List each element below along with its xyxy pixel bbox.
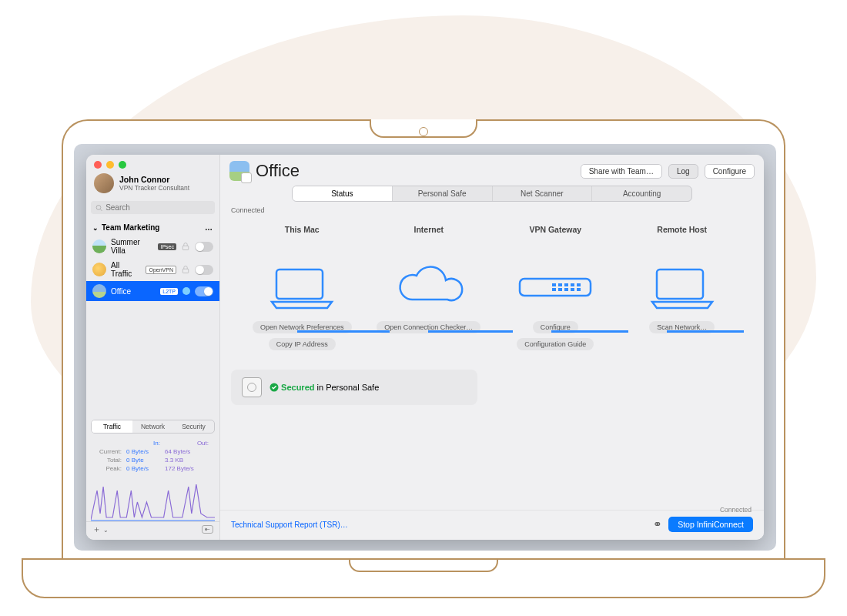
svg-rect-9 bbox=[571, 283, 574, 286]
laptop-lid: John Connor VPN Tracker Consultant ⌄Team… bbox=[62, 119, 785, 560]
main-tabs[interactable]: Status Personal Safe Net Scanner Account… bbox=[292, 186, 692, 202]
traffic-stats: In:Out: Current:0 Byte/s64 Byte/s Total:… bbox=[86, 437, 219, 474]
close-window-button[interactable] bbox=[94, 161, 102, 169]
sidebar-group-header[interactable]: ⌄Team Marketing … bbox=[86, 219, 219, 235]
link-line bbox=[667, 330, 744, 333]
link-line bbox=[297, 330, 390, 333]
link-line bbox=[551, 330, 628, 333]
safe-status-text: Secured in Personal Safe bbox=[270, 383, 379, 392]
svg-rect-8 bbox=[564, 283, 568, 286]
sidebar-bottom-tabs[interactable]: Traffic Network Security bbox=[91, 420, 215, 434]
laptop-notch bbox=[370, 119, 477, 138]
laptop-frame: John Connor VPN Tracker Consultant ⌄Team… bbox=[62, 119, 785, 581]
connection-item-all-traffic[interactable]: All Traffic OpenVPN bbox=[86, 258, 219, 281]
status-dot-icon bbox=[182, 287, 190, 295]
zoom-window-button[interactable] bbox=[119, 161, 126, 169]
svg-rect-5 bbox=[520, 279, 591, 296]
svg-rect-2 bbox=[182, 246, 189, 249]
screen-bezel: John Connor VPN Tracker Consultant ⌄Team… bbox=[74, 144, 776, 551]
connection-toggle[interactable] bbox=[195, 242, 213, 252]
profile-name: John Connor bbox=[119, 175, 189, 184]
protocol-badge: IPsec bbox=[158, 243, 176, 250]
search-input[interactable] bbox=[105, 203, 210, 212]
profile-role: VPN Tracker Consultant bbox=[119, 184, 189, 192]
cloud-icon bbox=[390, 261, 467, 315]
connection-toggle[interactable] bbox=[195, 265, 213, 275]
main-panel: Office Share with Team… Log Configure St… bbox=[220, 155, 764, 540]
connection-name: Office bbox=[111, 287, 156, 296]
connection-name: All Traffic bbox=[111, 261, 141, 278]
tab-net-scanner[interactable]: Net Scanner bbox=[492, 186, 592, 201]
laptop-base bbox=[22, 558, 825, 598]
connection-large-icon bbox=[229, 161, 249, 181]
configure-button[interactable]: Configure bbox=[705, 164, 755, 179]
svg-rect-10 bbox=[577, 283, 581, 286]
chevron-down-icon: ⌄ bbox=[92, 224, 99, 232]
safe-icon bbox=[242, 377, 262, 397]
action-config-guide[interactable]: Configuration Guide bbox=[517, 338, 594, 350]
tab-security[interactable]: Security bbox=[173, 420, 214, 433]
svg-rect-6 bbox=[552, 283, 556, 286]
tab-accounting[interactable]: Accounting bbox=[591, 186, 691, 201]
group-label: Team Marketing bbox=[102, 223, 159, 232]
connection-toggle[interactable] bbox=[195, 286, 213, 296]
link-line bbox=[428, 330, 513, 333]
connection-item-summer-villa[interactable]: Summer Villa IPsec bbox=[86, 235, 219, 258]
node-this-mac: This Mac Open Network Preferences Copy I… bbox=[244, 225, 360, 353]
node-label: This Mac bbox=[244, 225, 360, 234]
connection-name: Summer Villa bbox=[111, 238, 153, 255]
svg-rect-16 bbox=[657, 270, 703, 299]
lock-icon bbox=[181, 265, 190, 274]
node-remote-host: Remote Host Scan Network… bbox=[624, 225, 740, 336]
laptop-icon bbox=[648, 265, 717, 311]
profile-header[interactable]: John Connor VPN Tracker Consultant bbox=[86, 173, 219, 199]
collapse-sidebar-button[interactable]: ⇤ bbox=[202, 525, 213, 534]
protocol-badge: OpenVPN bbox=[146, 266, 176, 274]
svg-rect-3 bbox=[182, 269, 189, 273]
tab-network[interactable]: Network bbox=[132, 420, 173, 433]
lock-icon bbox=[181, 242, 190, 251]
sidebar: John Connor VPN Tracker Consultant ⌄Team… bbox=[86, 155, 220, 540]
svg-rect-4 bbox=[276, 270, 323, 299]
node-label: VPN Gateway bbox=[497, 225, 613, 234]
connection-icon bbox=[92, 239, 106, 253]
search-field[interactable] bbox=[91, 201, 215, 214]
action-copy-ip[interactable]: Copy IP Address bbox=[269, 338, 336, 350]
node-label: Internet bbox=[371, 225, 487, 234]
window-controls bbox=[86, 155, 219, 175]
svg-rect-11 bbox=[552, 288, 556, 291]
footer-status-label: Connected bbox=[720, 506, 752, 514]
svg-rect-14 bbox=[571, 288, 574, 291]
status-text: Connected bbox=[220, 202, 764, 219]
sidebar-footer: ＋ ⌄ ⇤ bbox=[86, 521, 219, 540]
share-button[interactable]: Share with Team… bbox=[581, 164, 662, 179]
log-button[interactable]: Log bbox=[668, 164, 698, 179]
laptop-icon bbox=[267, 265, 336, 311]
connection-icon bbox=[92, 263, 106, 276]
tsr-link[interactable]: Technical Support Report (TSR)… bbox=[231, 521, 348, 529]
tab-personal-safe[interactable]: Personal Safe bbox=[392, 186, 492, 201]
search-icon bbox=[95, 204, 102, 212]
svg-point-0 bbox=[96, 205, 101, 209]
svg-rect-12 bbox=[558, 288, 562, 291]
group-more-button[interactable]: … bbox=[205, 223, 213, 232]
add-menu-chevron-icon[interactable]: ⌄ bbox=[103, 527, 109, 534]
app-window: John Connor VPN Tracker Consultant ⌄Team… bbox=[86, 155, 764, 540]
infiniconnect-icon: ⚭ bbox=[653, 518, 662, 531]
stop-infiniconnect-button[interactable]: Stop InfiniConnect bbox=[668, 517, 753, 532]
minimize-window-button[interactable] bbox=[106, 161, 114, 169]
tab-traffic[interactable]: Traffic bbox=[92, 420, 132, 433]
node-vpn-gateway: VPN Gateway Configure Configuration Guid… bbox=[497, 225, 613, 353]
personal-safe-card[interactable]: Secured in Personal Safe bbox=[231, 370, 477, 405]
add-button[interactable]: ＋ bbox=[92, 524, 101, 534]
toolbar: Office Share with Team… Log Configure bbox=[220, 155, 764, 182]
svg-rect-15 bbox=[577, 288, 581, 291]
page-title: Office bbox=[256, 161, 300, 181]
connection-item-office[interactable]: Office L2TP bbox=[86, 281, 219, 301]
node-internet: Internet Open Connection Checker… bbox=[371, 225, 487, 336]
tab-status[interactable]: Status bbox=[293, 186, 392, 201]
avatar bbox=[94, 173, 114, 193]
svg-rect-13 bbox=[564, 288, 568, 291]
svg-line-1 bbox=[100, 209, 102, 210]
router-icon bbox=[517, 273, 594, 303]
